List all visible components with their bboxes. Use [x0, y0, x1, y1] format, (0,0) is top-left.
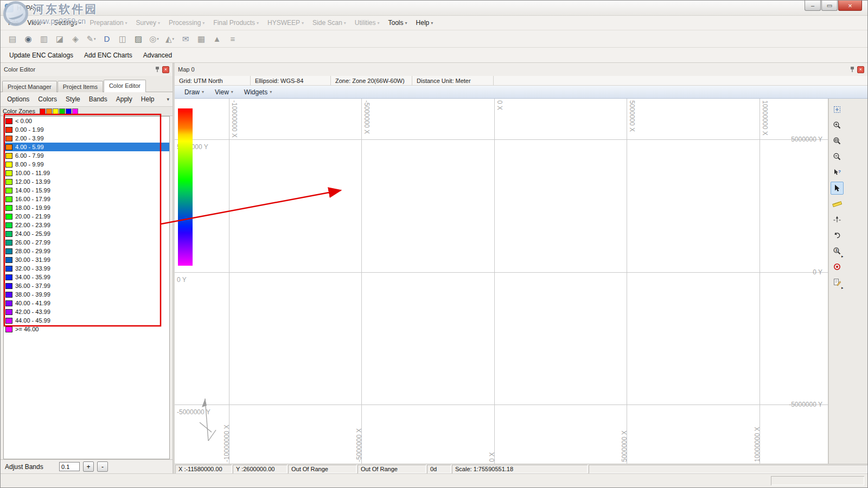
tab-project-items[interactable]: Project Items	[58, 81, 103, 92]
close-button[interactable]: ×	[838, 1, 862, 11]
menu-side-scan[interactable]: Side Scan▾	[308, 17, 350, 29]
color-zone-row[interactable]: 8.00 - 9.99	[4, 160, 169, 169]
zone-range-label: 10.00 - 11.99	[15, 170, 50, 176]
menu-apply[interactable]: Apply	[112, 93, 137, 105]
color-zone-row[interactable]: 42.00 - 43.99	[4, 307, 169, 316]
color-zone-row[interactable]: 14.00 - 15.99	[4, 186, 169, 195]
color-zone-row[interactable]: 2.00 - 3.99	[4, 134, 169, 143]
book-icon[interactable]: ◫	[116, 33, 129, 46]
menu-style[interactable]: Style	[61, 93, 85, 105]
query-cursor-tool[interactable]: ?	[831, 166, 844, 179]
color-zone-row[interactable]: 38.00 - 39.99	[4, 290, 169, 299]
menu-options[interactable]: Options	[3, 93, 34, 105]
menu-tools[interactable]: Tools▾	[384, 17, 412, 29]
color-zone-row[interactable]: 40.00 - 41.99	[4, 299, 169, 307]
menu-overflow-icon[interactable]: ▾	[167, 97, 169, 102]
maximize-button[interactable]: ▭	[821, 1, 838, 11]
menu-view[interactable]: View▾	[23, 17, 49, 29]
zoom-out-tool[interactable]	[831, 150, 844, 163]
adjust-bands-minus-button[interactable]: -	[97, 461, 108, 472]
pin-icon[interactable]	[155, 66, 160, 73]
document-d-icon[interactable]: D	[100, 33, 113, 46]
menu-survey[interactable]: Survey▾	[132, 17, 164, 29]
chevron-down-icon: ▾	[378, 21, 380, 25]
color-zone-row[interactable]: < 0.00	[4, 117, 169, 125]
minimize-button[interactable]: –	[805, 1, 821, 11]
color-zone-row[interactable]: 26.00 - 27.99	[4, 238, 169, 247]
menu-bands[interactable]: Bands	[85, 93, 112, 105]
globe-icon[interactable]: ◉	[22, 33, 35, 46]
targets-icon[interactable]: ◈	[69, 33, 82, 46]
pin-icon[interactable]	[850, 66, 855, 73]
edit-notes-tool[interactable]: ▸	[831, 276, 844, 289]
color-zone-row[interactable]: 32.00 - 33.99	[4, 264, 169, 273]
menu-preparation[interactable]: Preparation▾	[86, 17, 132, 29]
color-zone-row[interactable]: 12.00 - 13.99	[4, 177, 169, 186]
menu-settings[interactable]: Settings▾	[49, 17, 85, 29]
menu-colors[interactable]: Colors	[34, 93, 61, 105]
vessel-icon[interactable]: ◭▾	[163, 33, 176, 46]
menu-help[interactable]: Help▾	[412, 17, 438, 29]
color-zone-row[interactable]: 6.00 - 7.99	[4, 151, 169, 160]
color-zone-row[interactable]: 20.00 - 21.99	[4, 212, 169, 221]
adjust-bands-plus-button[interactable]: +	[83, 461, 94, 472]
color-zone-row[interactable]: 22.00 - 23.99	[4, 221, 169, 229]
chart-icon: ▥	[40, 34, 48, 44]
panel-close-icon[interactable]: ×	[162, 66, 169, 73]
adjust-bands-input[interactable]	[59, 462, 80, 471]
color-zone-row[interactable]: 4.00 - 5.99	[4, 143, 169, 151]
color-zone-row[interactable]: 36.00 - 37.99	[4, 281, 169, 290]
chevron-down-icon: ▾	[94, 37, 96, 41]
tab-color-editor[interactable]: Color Editor	[104, 80, 146, 92]
grid-line-horizontal	[175, 139, 828, 140]
zone-color-swatch	[5, 283, 12, 289]
save-icon[interactable]: ▤	[6, 33, 19, 46]
map-menu-draw[interactable]: Draw▾	[179, 87, 209, 98]
zoom-window-tool[interactable]	[831, 134, 844, 147]
zoom-extents-tool[interactable]	[831, 103, 844, 116]
color-zone-row[interactable]: 44.00 - 45.99	[4, 316, 169, 325]
survey-design-icon[interactable]: ◪	[53, 33, 66, 46]
color-zone-row[interactable]: 16.00 - 17.99	[4, 195, 169, 203]
mail-icon[interactable]: ✉	[179, 33, 192, 46]
color-zone-row[interactable]: 24.00 - 25.99	[4, 229, 169, 238]
record-target-tool[interactable]	[831, 260, 844, 273]
menu-processing[interactable]: Processing▾	[164, 17, 209, 29]
panel-close-icon[interactable]: ×	[857, 66, 864, 73]
menu-file[interactable]: File	[4, 17, 23, 29]
zoom-3d-tool[interactable]: 3▸	[831, 245, 844, 258]
spreadsheet-icon[interactable]: ≡	[226, 33, 239, 46]
color-zone-row[interactable]: 28.00 - 29.99	[4, 247, 169, 255]
map-canvas[interactable]: -10000000 X-10000000 X-5000000 X-5000000…	[175, 99, 828, 464]
background-image-icon[interactable]: ▨	[132, 33, 145, 46]
background-image-icon: ▨	[135, 34, 142, 44]
color-zone-row[interactable]: 10.00 - 11.99	[4, 169, 169, 177]
enc-advanced[interactable]: Advanced	[143, 52, 172, 59]
archive-icon[interactable]: ▦	[195, 33, 208, 46]
color-zone-row[interactable]: 34.00 - 35.99	[4, 273, 169, 281]
undo-tool[interactable]	[831, 229, 844, 242]
menu-hysweep[interactable]: HYSWEEP▾	[263, 17, 308, 29]
ruler-tool[interactable]	[831, 197, 844, 210]
map-menu-view[interactable]: View▾	[209, 87, 239, 98]
menu-utilities[interactable]: Utilities▾	[350, 17, 384, 29]
buoy-icon[interactable]: ▲	[210, 33, 224, 46]
color-zone-row[interactable]: >= 46.00	[4, 325, 169, 333]
enc-add-enc-charts[interactable]: Add ENC Charts	[84, 52, 132, 59]
menu-label: View	[215, 88, 229, 96]
color-zone-row[interactable]: 0.00 - 1.99	[4, 125, 169, 134]
chart-icon[interactable]: ▥	[37, 33, 50, 46]
color-zone-row[interactable]: 30.00 - 31.99	[4, 255, 169, 264]
targets-icon: ◈	[72, 34, 79, 44]
menu-help[interactable]: Help	[137, 93, 159, 105]
select-cursor-tool[interactable]	[831, 182, 844, 195]
north-arrow-tool[interactable]	[831, 213, 844, 226]
position-icon[interactable]: ◎▾	[148, 33, 161, 46]
draw-tools-icon[interactable]: ✎▾	[85, 33, 98, 46]
map-menu-widgets[interactable]: Widgets▾	[239, 87, 277, 98]
enc-update-enc-catalogs[interactable]: Update ENC Catalogs	[9, 52, 73, 59]
zoom-in-tool[interactable]	[831, 119, 844, 132]
menu-final-products[interactable]: Final Products▾	[209, 17, 263, 29]
tab-project-manager[interactable]: Project Manager	[2, 81, 57, 92]
color-zone-row[interactable]: 18.00 - 19.99	[4, 203, 169, 212]
